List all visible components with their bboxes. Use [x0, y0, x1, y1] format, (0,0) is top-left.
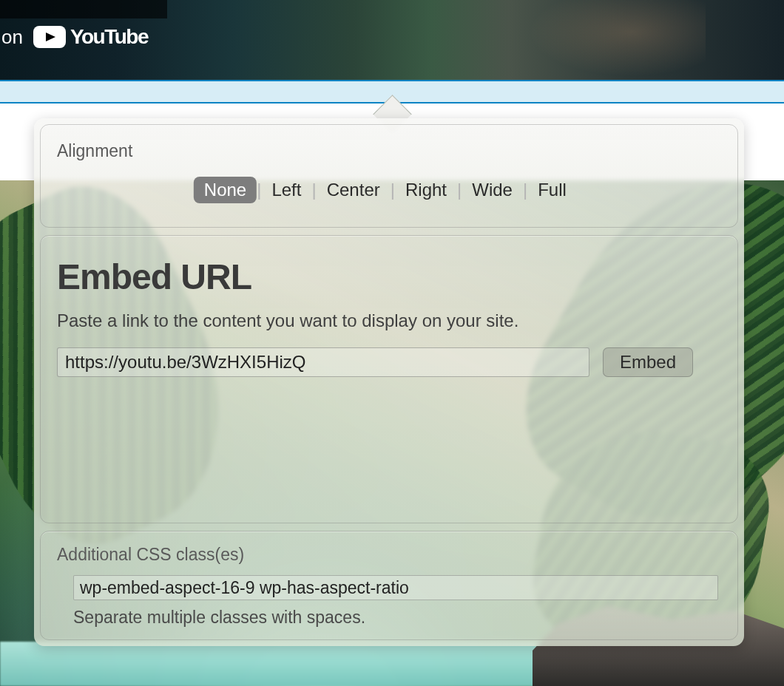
alignment-option-wide[interactable]: Wide: [462, 177, 523, 203]
youtube-logo: YouTube: [33, 25, 148, 49]
alignment-option-right[interactable]: Right: [395, 177, 457, 203]
additional-css-help: Separate multiple classes with spaces.: [73, 608, 721, 628]
embed-url-heading: Embed URL: [57, 257, 721, 297]
alignment-option-center[interactable]: Center: [317, 177, 391, 203]
additional-css-label: Additional CSS class(es): [57, 545, 721, 565]
alignment-option-none[interactable]: None: [194, 177, 257, 203]
youtube-play-icon: [33, 26, 66, 48]
video-control-overlay: [0, 0, 167, 18]
alignment-option-left[interactable]: Left: [261, 177, 311, 203]
embed-url-row: Embed: [57, 347, 721, 377]
embed-url-section: Embed URL Paste a link to the content yo…: [40, 235, 738, 523]
embed-button[interactable]: Embed: [603, 347, 693, 377]
alignment-option-full[interactable]: Full: [527, 177, 577, 203]
alignment-separator: |: [311, 180, 316, 200]
alignment-section: Alignment None|Left|Center|Right|Wide|Fu…: [40, 124, 738, 228]
alignment-separator: |: [257, 180, 261, 200]
embed-url-input[interactable]: [57, 347, 589, 377]
embed-url-description: Paste a link to the content you want to …: [57, 310, 721, 331]
watch-on-youtube-link[interactable]: on YouTube: [0, 25, 148, 49]
watch-prefix-text: on: [0, 26, 33, 49]
block-settings-popover: Alignment None|Left|Center|Right|Wide|Fu…: [34, 118, 744, 646]
alignment-segmented-control: None|Left|Center|Right|Wide|Full: [194, 177, 577, 203]
additional-css-section: Additional CSS class(es) Separate multip…: [40, 531, 738, 640]
additional-css-input[interactable]: [73, 575, 718, 600]
youtube-wordmark: YouTube: [70, 25, 148, 49]
alignment-label: Alignment: [57, 141, 721, 161]
block-toolbar-indicator: [0, 80, 784, 103]
